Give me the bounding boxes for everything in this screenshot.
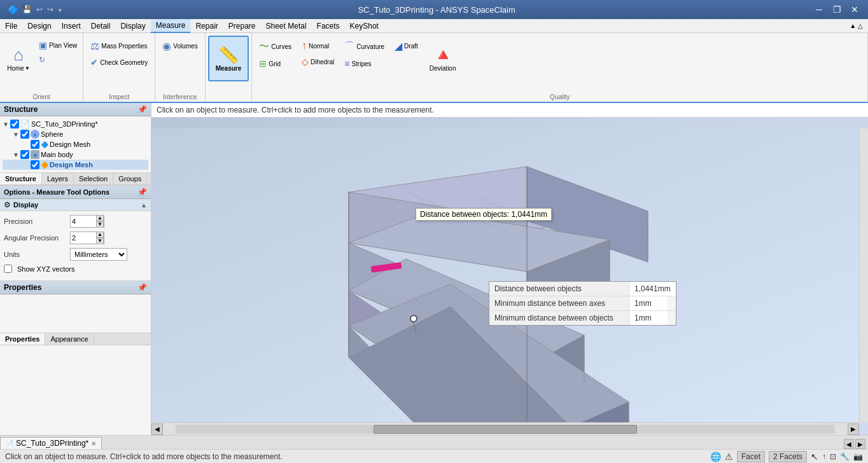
tree-checkbox-dm1[interactable] [31,140,39,149]
tree-item-main-body[interactable]: ▼ ■ Main body [3,149,148,160]
qa-save[interactable]: 💾 [22,5,32,14]
dihedral-button[interactable]: ◇ Dihedral [297,55,339,69]
stripes-button[interactable]: ≡ Stripes [340,57,389,71]
restore-button[interactable]: ❐ [829,3,845,16]
tree-item-root[interactable]: ▼ 📄 SC_Tuto_3DPrinting* [3,119,148,129]
measurement-table: Distance between objects 1,0441mm Minimu… [489,281,676,326]
options-header[interactable]: Options - Measure Tool Options 📌 [0,186,151,199]
orient-extra-button[interactable]: ↻ [36,53,80,66]
scrollbar-bottom[interactable]: ◀ ▶ [151,422,859,435]
ribbon-home-button[interactable]: ⌂ Home ▼ [3,36,34,81]
deviation-button[interactable]: 🔺 Deviation [424,36,462,81]
status-warning-icon: ⚠ [725,452,733,462]
volumes-button[interactable]: ◉ Volumes [158,38,202,54]
structure-pin[interactable]: 📌 [137,105,147,114]
ribbon-toggle[interactable]: ▲ △ [850,22,863,29]
tab-next-button[interactable]: ▶ [855,439,865,449]
qa-redo[interactable]: ↪ [47,5,53,14]
tree-checkbox-main-body[interactable] [20,150,29,159]
window-title: SC_Tuto_3DPrinting - ANSYS SpaceClaim [62,5,811,15]
menu-sheet-metal[interactable]: Sheet Metal [261,19,312,33]
precision-up[interactable]: ▲ [96,215,104,221]
root-icon: 📄 [20,120,30,128]
menu-facets[interactable]: Facets [312,19,345,33]
properties-content [0,294,151,333]
units-label: Units [4,251,67,258]
qa-dropdown[interactable]: ▼ [57,8,62,13]
doc-tab-main[interactable]: 📄 SC_Tuto_3DPrinting* ✕ [0,437,102,449]
measure-button[interactable]: 📏 Measure [208,36,249,81]
tree-item-sphere[interactable]: ▼ ● Sphere [3,129,148,139]
angular-precision-spinner[interactable]: ▲ ▼ [96,232,104,244]
precision-spinner[interactable]: ▲ ▼ [96,215,104,228]
scrollbar-right[interactable] [859,128,868,422]
scroll-thumb-h[interactable] [374,425,637,434]
tree-item-design-mesh-2[interactable]: ▶ 🔶 Design Mesh [3,160,148,170]
precision-input[interactable]: ▲ ▼ [70,215,104,228]
tab-appearance[interactable]: Appearance [45,333,94,345]
check-geometry-icon: ✔ [90,57,98,67]
tree-label-sphere: Sphere [41,130,63,138]
properties-tabs: Properties Appearance [0,333,151,345]
menu-display[interactable]: Display [115,19,150,33]
tree-arrow-main-body: ▼ [13,151,20,158]
plan-view-button[interactable]: ▣ Plan View [36,38,80,52]
menu-bar: File Design Insert Detail Display Measur… [0,19,868,33]
grid-button[interactable]: ⊞ Grid [255,57,296,71]
menu-measure[interactable]: Measure [151,19,191,33]
tab-properties[interactable]: Properties [0,333,45,345]
facets-count: 2 Facets [773,452,802,461]
angular-precision-field[interactable] [71,234,96,242]
menu-design[interactable]: Design [22,19,56,33]
display-chevron-icon: ▲ [141,202,147,209]
tab-groups[interactable]: Groups [113,173,147,184]
tree-checkbox-sphere[interactable] [20,130,29,139]
curvature-button[interactable]: ⌒ Curvature [340,38,389,55]
show-xyz-label: Show XYZ vectors [17,265,74,273]
structure-tree: ▼ 📄 SC_Tuto_3DPrinting* ▼ ● Sphere ▶ [0,116,151,172]
draft-button[interactable]: ◢ Draft [390,38,423,54]
angular-up[interactable]: ▲ [96,232,104,238]
panel-tabs: Structure Layers Selection Groups Views [0,172,151,185]
scroll-right-arrow[interactable]: ▶ [848,424,859,435]
tab-selection[interactable]: Selection [74,173,113,184]
structure-panel: Structure 📌 ▼ 📄 SC_Tuto_3DPrinting* ▼ [0,103,151,172]
properties-pin[interactable]: 📌 [137,283,147,292]
tree-item-design-mesh-1[interactable]: ▶ 🔷 Design Mesh [3,139,148,149]
angular-precision-input[interactable]: ▲ ▼ [70,232,104,244]
status-frame-icon: ⊡ [830,452,836,461]
menu-repair[interactable]: Repair [190,19,223,33]
precision-field[interactable] [71,218,96,225]
menu-prepare[interactable]: Prepare [223,19,261,33]
normal-button[interactable]: ↑ Normal [297,38,339,53]
doc-tab-close[interactable]: ✕ [91,440,96,447]
menu-detail[interactable]: Detail [86,19,116,33]
viewport[interactable]: Click on an object to measure. Ctrl+clic… [151,103,868,435]
precision-down[interactable]: ▼ [96,221,104,228]
scroll-left-arrow[interactable]: ◀ [151,424,163,435]
tab-prev-button[interactable]: ◀ [844,439,854,449]
scroll-track-h[interactable] [176,425,835,434]
qa-undo[interactable]: ↩ [36,5,43,14]
tab-layers[interactable]: Layers [42,173,74,184]
menu-insert[interactable]: Insert [57,19,86,33]
units-select[interactable]: Millimeters Centimeters Meters Inches Fe… [70,248,127,261]
curves-button[interactable]: 〜 Curves [255,38,296,55]
tab-structure[interactable]: Structure [0,173,42,184]
quality-group-label: Quality [255,93,865,102]
options-collapse-icon[interactable]: 📌 [137,188,147,197]
close-button[interactable]: ✕ [846,3,863,16]
check-geometry-button[interactable]: ✔ Check Geometry [86,55,152,69]
show-xyz-checkbox[interactable] [4,265,12,273]
minimize-button[interactable]: ─ [811,3,827,16]
display-section-header[interactable]: ⚙ Display ▲ [0,199,151,211]
mass-properties-button[interactable]: ⚖ Mass Properties [86,38,151,54]
tree-checkbox-dm2[interactable] [31,160,39,169]
menu-file[interactable]: File [0,19,22,33]
tree-checkbox-root[interactable] [10,120,19,128]
menu-keyshot[interactable]: KeyShot [345,19,384,33]
structure-panel-header: Structure 📌 [0,103,151,116]
sphere-icon: ● [31,130,39,139]
meas-val-3: 1mm [629,311,668,325]
angular-down[interactable]: ▼ [96,238,104,244]
